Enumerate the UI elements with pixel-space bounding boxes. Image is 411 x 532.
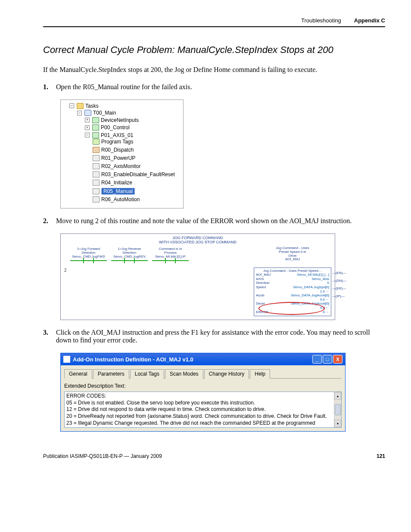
folder-icon: [77, 103, 84, 109]
aoi-row: Direction0: [256, 281, 329, 285]
aoi-header: AOI_MAJ: [285, 257, 300, 261]
ladder-title-2: WITH ASSOCIATED JOG STOP COMMAND: [159, 240, 237, 244]
tab-help[interactable]: Help: [250, 369, 270, 379]
minimize-button[interactable]: _: [312, 355, 322, 364]
tab-general[interactable]: General: [64, 369, 92, 379]
aoi-row: AccelServo_DATA.JogAccel[0]: [256, 293, 329, 298]
routine-icon: [93, 139, 100, 145]
tab-local-tags[interactable]: Local Tags: [130, 369, 164, 379]
close-button[interactable]: X: [333, 355, 342, 364]
routine-icon: [93, 188, 100, 194]
tree-routine[interactable]: R00_Dispatch: [93, 147, 134, 153]
rung-number: 2: [64, 246, 70, 273]
scroll-thumb[interactable]: [335, 404, 341, 415]
tree-program[interactable]: − P01_AXIS_01: [85, 132, 133, 138]
step-text: Open the R05_Manual routine for the fail…: [56, 83, 385, 91]
description-textbox[interactable]: ERROR CODES:05 = Drive is not enabled. C…: [64, 392, 342, 428]
step-1: 1. Open the R05_Manual routine for the f…: [43, 83, 385, 91]
page-title: Correct Manual Cycle Problem: ManualCycl…: [43, 44, 385, 56]
description-label: Extended Description Text:: [64, 383, 342, 389]
tab-change-history[interactable]: Change History: [204, 369, 249, 379]
step-text: Move to rung 2 of this routine and note …: [56, 217, 385, 225]
routine-icon: [93, 180, 100, 186]
aoi-row: SpeedServo_DATA.JogSpd[0]: [256, 285, 329, 289]
aoi-pin: —(IP)—: [332, 294, 346, 299]
publication-info: Publication IASIMP-QS011B-EN-P — January…: [43, 453, 162, 459]
aoi-row: AOI_MAJServo_MI.MAJ[1] [...]: [256, 273, 329, 277]
tree-routine[interactable]: R05_Manual: [93, 188, 135, 195]
window-titlebar[interactable]: Add-On Instruction Definition - AOI_MAJ …: [61, 353, 345, 365]
tree-panel: − Tasks− T00_Main+ DeviceNetInputs+ P00_…: [60, 100, 184, 208]
routine-icon: [93, 155, 100, 161]
aoi-row: 5.0 ←: [256, 306, 329, 310]
step-3: 3. Click on the AOI_MAJ instruction and …: [43, 329, 385, 344]
routine-icon: [93, 196, 100, 202]
aoi-row: ERROR0 ←: [256, 310, 329, 314]
tree-routine[interactable]: Program Tags: [93, 139, 133, 145]
task-icon: [84, 110, 91, 116]
tree-routine[interactable]: R02_AxisMonitor: [93, 163, 140, 169]
routine-icon: [93, 171, 100, 177]
tree-routine[interactable]: R04_Initialize: [93, 180, 132, 186]
step-number: 1.: [43, 83, 52, 91]
aoi-pin: —(ER)—: [332, 286, 346, 291]
aoi-caption-1: Jog Command - Uses: [276, 246, 309, 250]
header-appendix: Appendix C: [354, 17, 385, 24]
step-2: 2. Move to rung 2 of this routine and no…: [43, 217, 385, 225]
program-icon: [92, 132, 99, 138]
aoi-row: 5.0 ←: [256, 298, 329, 302]
aoi-caption-3: Drive: [289, 254, 297, 258]
error-code-line: ERROR CODES:: [66, 393, 332, 400]
maximize-button[interactable]: □: [323, 355, 332, 364]
scrollbar[interactable]: ▴ ▾: [334, 392, 341, 427]
tree-program[interactable]: + DeviceNetInputs: [85, 117, 139, 123]
tab-parameters[interactable]: Parameters: [93, 369, 129, 379]
tab-scan-modes[interactable]: Scan Modes: [165, 369, 203, 379]
tree-program[interactable]: + P00_Control: [85, 124, 130, 131]
error-code-line: 12 = Drive did not respond to data write…: [66, 406, 332, 413]
header-section: Troubleshooting: [301, 17, 341, 24]
step-text: Click on the AOI_MAJ instruction and pre…: [56, 329, 385, 344]
ladder-panel: JOG FORWARD COMMAND WITH ASSOCIATED JOG …: [60, 233, 335, 320]
aoi-pin: —(DN)—: [332, 278, 346, 283]
step-number: 2.: [43, 217, 52, 225]
error-code-line: 05 = Drive is not enabled. Close the ser…: [66, 400, 332, 407]
routine-icon: [93, 147, 100, 153]
page-number: 121: [377, 453, 385, 459]
error-code-line: 20 = DriveReady not reported from {axisn…: [66, 413, 332, 420]
page-header: Troubleshooting Appendix C: [43, 17, 385, 27]
aoi-row: AXISServo_Axis: [256, 277, 329, 281]
intro-paragraph: If the ManualCycle.StepIndex stops at 20…: [43, 66, 385, 74]
page-footer: Publication IASIMP-QS011B-EN-P — January…: [43, 453, 385, 459]
tree-routine[interactable]: R03_EnableDisable_FaultReset: [93, 171, 175, 177]
tree-root-tasks[interactable]: − Tasks: [69, 103, 99, 109]
ladder-contact: Command is InProcessServo_MI.MAJ[1].IP: [152, 247, 189, 261]
tree-task[interactable]: − T00_Main: [77, 110, 116, 116]
aoi-caption-2: Preset Speed 0 in: [279, 250, 306, 254]
ladder-contact: 1=Jog ForwardDirectionServo_CMD.JogFWD: [70, 247, 107, 261]
tab-strip: GeneralParametersLocal TagsScan ModesCha…: [64, 369, 342, 379]
aoi-pin: —(EN)—: [332, 271, 346, 276]
help-window: Add-On Instruction Definition - AOI_MAJ …: [60, 353, 346, 432]
aoi-row: 1.0 ←: [256, 289, 329, 294]
ladder-contact: 1=Jog ReverseDirectionServo_CMD.JogREV: [111, 247, 148, 261]
tree-routine[interactable]: R06_AutoMotion: [93, 196, 140, 202]
error-code-line: 23 = Illegal Dynamic Change requested. T…: [66, 420, 332, 427]
scroll-up-button[interactable]: ▴: [334, 392, 341, 400]
routine-icon: [93, 163, 100, 169]
program-icon: [92, 124, 99, 131]
app-icon: [63, 356, 70, 363]
program-icon: [92, 117, 99, 123]
aoi-subtitle: Jog Command - Uses Preset Speed…: [256, 269, 329, 273]
window-title: Add-On Instruction Definition - AOI_MAJ …: [73, 356, 193, 363]
scroll-down-button[interactable]: ▾: [334, 420, 341, 427]
aoi-instruction-block[interactable]: Jog Command - Uses Preset Speed… AOI_MAJ…: [254, 268, 331, 316]
step-number: 3.: [43, 329, 52, 344]
aoi-row: DecelServo_DATA.JogAccel[0]: [256, 302, 329, 306]
ladder-title-1: JOG FORWARD COMMAND: [173, 236, 223, 240]
tree-routine[interactable]: R01_PowerUP: [93, 155, 135, 161]
